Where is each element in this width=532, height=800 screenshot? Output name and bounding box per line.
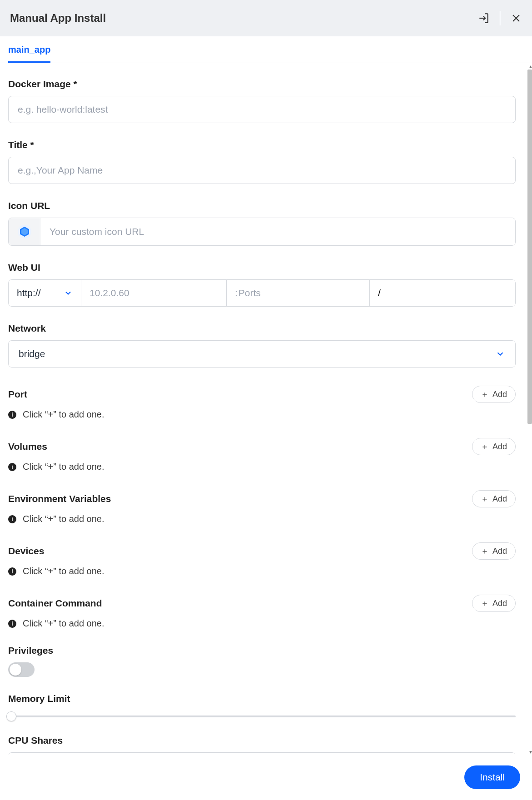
web-ui-path-cell [370, 280, 515, 306]
title-input[interactable] [8, 157, 516, 184]
info-icon: i [8, 463, 16, 471]
chevron-down-icon [495, 349, 505, 359]
web-ui-row: http:// : [8, 279, 516, 307]
hint-port-text: Click “+” to add one. [23, 409, 104, 420]
add-volume-button[interactable]: ＋ Add [472, 438, 516, 455]
label-volumes: Volumes [8, 441, 47, 452]
hint-env: i Click “+” to add one. [8, 514, 516, 524]
add-env-button[interactable]: ＋ Add [472, 490, 516, 507]
slider-track [8, 716, 516, 717]
label-web-ui: Web UI [8, 262, 516, 273]
add-cmd-button[interactable]: ＋ Add [472, 595, 516, 612]
label-memory: Memory Limit [8, 693, 516, 704]
hint-devices-text: Click “+” to add one. [23, 566, 104, 576]
label-env: Environment Variables [8, 493, 111, 504]
label-devices: Devices [8, 546, 44, 557]
plus-icon: ＋ [481, 598, 489, 609]
web-ui-protocol-select[interactable]: http:// [9, 280, 81, 306]
dialog-footer: Install [0, 755, 532, 800]
web-ui-port-cell: : [227, 280, 370, 306]
add-device-label: Add [492, 547, 507, 556]
label-title: Title * [8, 139, 516, 150]
section-devices: Devices ＋ Add [8, 542, 516, 560]
hint-cmd: i Click “+” to add one. [8, 618, 516, 629]
web-ui-host-input[interactable] [89, 288, 218, 298]
info-icon: i [8, 620, 16, 628]
scrollbar-up-arrow[interactable]: ▴ [529, 63, 532, 70]
section-env: Environment Variables ＋ Add [8, 490, 516, 507]
plus-icon: ＋ [481, 389, 489, 400]
label-privileges: Privileges [8, 645, 516, 656]
scrollbar-thumb[interactable] [527, 70, 532, 424]
hint-volumes-text: Click “+” to add one. [23, 462, 104, 472]
dialog-title: Manual App Install [10, 12, 106, 25]
icon-url-input[interactable] [40, 218, 515, 245]
dialog-header: Manual App Install [0, 0, 532, 36]
privileges-toggle[interactable] [8, 662, 35, 677]
header-separator [500, 11, 500, 25]
hint-cmd-text: Click “+” to add one. [23, 618, 104, 629]
section-cmd: Container Command ＋ Add [8, 595, 516, 612]
add-port-button[interactable]: ＋ Add [472, 386, 516, 403]
plus-icon: ＋ [481, 546, 489, 557]
hint-env-text: Click “+” to add one. [23, 514, 104, 524]
plus-icon: ＋ [481, 493, 489, 504]
info-icon: i [8, 567, 16, 576]
add-env-label: Add [492, 494, 507, 504]
network-value: bridge [19, 348, 45, 359]
toggle-knob [10, 664, 21, 676]
label-docker-image: Docker Image * [8, 79, 516, 89]
hint-port: i Click “+” to add one. [8, 409, 516, 420]
form-scroll-area: Docker Image * Title * Icon URL Web UI [0, 63, 532, 755]
add-device-button[interactable]: ＋ Add [472, 542, 516, 560]
scrollbar[interactable]: ▴ ▾ [527, 63, 532, 755]
add-volume-label: Add [492, 442, 507, 452]
install-form: Docker Image * Title * Icon URL Web UI [8, 63, 524, 755]
info-icon: i [8, 411, 16, 419]
chevron-down-icon [64, 288, 73, 298]
web-ui-host-cell [81, 280, 227, 306]
scrollbar-down-arrow[interactable]: ▾ [529, 749, 532, 755]
info-icon: i [8, 515, 16, 523]
slider-knob[interactable] [6, 711, 16, 721]
web-ui-protocol-value: http:// [17, 288, 41, 298]
close-icon[interactable] [510, 12, 522, 24]
tab-main-app[interactable]: main_app [8, 36, 50, 63]
web-ui-path-input[interactable] [378, 288, 507, 298]
add-cmd-label: Add [492, 599, 507, 608]
add-port-label: Add [492, 390, 507, 399]
network-select[interactable]: bridge [8, 340, 516, 368]
section-port: Port ＋ Add [8, 386, 516, 403]
docker-image-input[interactable] [8, 96, 516, 123]
label-cpu: CPU Shares [8, 735, 516, 746]
label-icon-url: Icon URL [8, 200, 516, 211]
section-volumes: Volumes ＋ Add [8, 438, 516, 455]
plus-icon: ＋ [481, 441, 489, 452]
icon-url-row [8, 218, 516, 246]
hint-volumes: i Click “+” to add one. [8, 462, 516, 472]
memory-slider[interactable] [8, 711, 516, 722]
label-network: Network [8, 323, 516, 334]
install-button[interactable]: Install [464, 765, 520, 789]
import-icon[interactable] [478, 12, 490, 24]
header-actions [478, 11, 522, 25]
icon-preview [9, 218, 40, 245]
label-cmd: Container Command [8, 598, 102, 609]
tabs: main_app [0, 36, 532, 63]
port-colon: : [235, 288, 238, 298]
label-port: Port [8, 389, 27, 400]
hint-devices: i Click “+” to add one. [8, 566, 516, 576]
web-ui-port-input[interactable] [239, 288, 361, 298]
